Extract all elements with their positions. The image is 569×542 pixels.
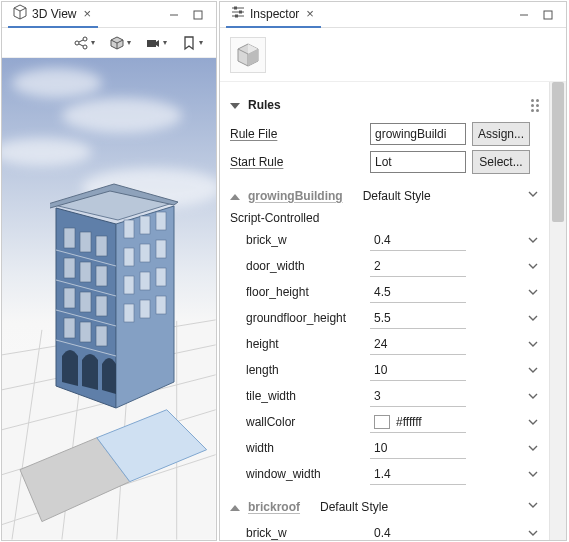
scrollbar-thumb[interactable]	[552, 82, 564, 222]
svg-rect-47	[156, 296, 166, 314]
attr-row: groundfloor_height5.5	[230, 307, 539, 329]
svg-rect-41	[156, 240, 166, 258]
chevron-down-icon[interactable]	[503, 527, 539, 539]
svg-rect-40	[140, 244, 150, 262]
attr-label: door_width	[230, 259, 370, 273]
close-tab-icon[interactable]: ×	[303, 6, 317, 21]
svg-rect-45	[124, 304, 134, 322]
attr-row: brick_w0.4	[230, 229, 539, 251]
3d-view-titlebar: 3D View ×	[2, 2, 216, 28]
chevron-down-icon[interactable]	[503, 338, 539, 350]
svg-rect-43	[140, 272, 150, 290]
attr-value[interactable]: 10	[370, 437, 466, 459]
chevron-down-icon[interactable]	[503, 416, 539, 428]
bookmark-icon[interactable]: ▾	[178, 33, 206, 53]
rules-section-header[interactable]: Rules	[230, 98, 539, 112]
attr-value[interactable]: 4.5	[370, 281, 466, 303]
attr-value[interactable]: 0.4	[370, 229, 466, 251]
chevron-down-icon[interactable]	[503, 312, 539, 324]
minimize-button[interactable]	[512, 6, 536, 24]
inspector-body: Rules Rule File Assign... Start Rule Sel…	[220, 82, 566, 540]
attr-value[interactable]: 5.5	[370, 307, 466, 329]
chevron-down-icon: ▾	[91, 38, 95, 47]
attr-value[interactable]: 2	[370, 255, 466, 277]
chevron-down-icon: ▾	[199, 38, 203, 47]
attr-label: height	[230, 337, 370, 351]
svg-line-5	[79, 40, 83, 42]
brickroof-title: brickroof	[248, 500, 300, 514]
attr-row: door_width2	[230, 255, 539, 277]
chevron-down-icon[interactable]	[503, 468, 539, 480]
attr-label: groundfloor_height	[230, 311, 370, 325]
svg-rect-44	[156, 268, 166, 286]
chevron-down-icon[interactable]	[503, 364, 539, 376]
svg-rect-26	[96, 236, 107, 256]
rule-file-input[interactable]	[370, 123, 466, 145]
chevron-down-icon[interactable]	[527, 188, 539, 203]
section-menu-icon[interactable]	[531, 99, 539, 112]
select-button[interactable]: Select...	[472, 150, 530, 174]
assign-button[interactable]: Assign...	[472, 122, 530, 146]
svg-rect-38	[156, 212, 166, 230]
object-thumbnail[interactable]	[230, 37, 266, 73]
caret-up-icon	[230, 189, 240, 203]
attr-value[interactable]: 1.4	[370, 463, 466, 485]
3d-view-tab[interactable]: 3D View ×	[8, 1, 98, 28]
script-controlled-label: Script-Controlled	[230, 211, 539, 225]
chevron-down-icon[interactable]	[503, 390, 539, 402]
chevron-down-icon: ▾	[163, 38, 167, 47]
3d-view-tab-label: 3D View	[32, 7, 76, 21]
rule-file-label: Rule File	[230, 127, 370, 141]
inspector-tab[interactable]: Inspector ×	[226, 1, 321, 28]
start-rule-input[interactable]	[370, 151, 466, 173]
chevron-down-icon[interactable]	[503, 234, 539, 246]
chevron-down-icon[interactable]	[527, 499, 539, 514]
rule-file-row: Rule File Assign...	[230, 122, 539, 146]
svg-point-3	[83, 37, 87, 41]
svg-line-6	[79, 44, 83, 46]
svg-rect-59	[544, 11, 552, 19]
svg-rect-7	[147, 40, 156, 47]
3d-view-panel: 3D View × ▾ ▾ ▾ ▾	[1, 1, 217, 541]
svg-rect-28	[80, 262, 91, 282]
attr-value[interactable]: 3	[370, 385, 466, 407]
chevron-down-icon[interactable]	[503, 286, 539, 298]
svg-rect-56	[239, 11, 242, 14]
growingbuilding-header[interactable]: growingBuilding Default Style	[230, 188, 539, 203]
brickroof-header[interactable]: brickroof Default Style	[230, 499, 539, 514]
svg-rect-57	[235, 15, 238, 18]
3d-viewport[interactable]	[2, 58, 216, 540]
svg-rect-36	[124, 220, 134, 238]
camera-icon[interactable]: ▾	[142, 33, 170, 53]
style-value[interactable]: Default Style	[308, 500, 527, 514]
render-mode-icon[interactable]: ▾	[106, 33, 134, 53]
color-swatch[interactable]	[374, 415, 390, 429]
attr-value[interactable]: 0.4	[370, 522, 466, 540]
attr-label: brick_w	[230, 233, 370, 247]
attr-value[interactable]: 24	[370, 333, 466, 355]
share-icon[interactable]: ▾	[70, 33, 98, 53]
attr-value[interactable]: 10	[370, 359, 466, 381]
inspector-thumb-bar	[220, 28, 566, 82]
attr-row: floor_height4.5	[230, 281, 539, 303]
close-tab-icon[interactable]: ×	[80, 6, 94, 21]
style-value[interactable]: Default Style	[351, 189, 527, 203]
svg-rect-31	[80, 292, 91, 312]
inspector-tab-label: Inspector	[250, 7, 299, 21]
svg-rect-37	[140, 216, 150, 234]
svg-rect-24	[64, 228, 75, 248]
minimize-button[interactable]	[162, 6, 186, 24]
svg-rect-55	[234, 7, 237, 10]
caret-up-icon	[230, 500, 240, 514]
vertical-scrollbar[interactable]	[549, 82, 566, 540]
attr-value[interactable]: #ffffff	[370, 411, 466, 433]
start-rule-row: Start Rule Select...	[230, 150, 539, 174]
rules-section-title: Rules	[248, 98, 281, 112]
maximize-button[interactable]	[536, 6, 560, 24]
attr-label: width	[230, 441, 370, 455]
attr-row: wallColor#ffffff	[230, 411, 539, 433]
maximize-button[interactable]	[186, 6, 210, 24]
chevron-down-icon[interactable]	[503, 442, 539, 454]
chevron-down-icon[interactable]	[503, 260, 539, 272]
svg-rect-1	[194, 11, 202, 19]
